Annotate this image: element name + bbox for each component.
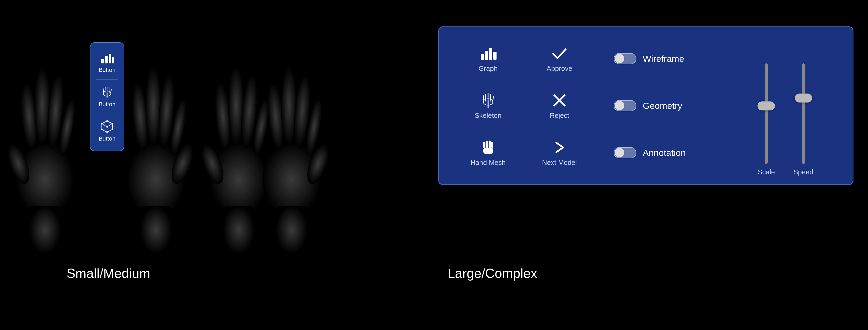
small-medium-section: Button Button: [0, 0, 217, 330]
large-complex-label: Large/Complex: [447, 266, 537, 281]
skeleton-hand-lg-icon: [479, 92, 497, 109]
svg-rect-8: [105, 56, 107, 63]
panel-button-cube[interactable]: Button: [93, 117, 121, 145]
scale-slider-track: [765, 63, 768, 164]
approve-label: Approve: [547, 64, 572, 73]
speed-slider-container: Speed: [794, 55, 813, 176]
svg-rect-67: [483, 148, 493, 154]
hand-right-sm: [119, 16, 193, 260]
svg-rect-49: [276, 206, 308, 254]
small-medium-label: Small/Medium: [67, 266, 150, 281]
toggles-column: Wireframe Geometry Annotation: [608, 27, 741, 184]
svg-point-24: [112, 129, 113, 130]
speed-slider-thumb[interactable]: [795, 94, 812, 102]
geometry-label: Geometry: [643, 101, 682, 111]
svg-point-28: [106, 126, 108, 128]
skeleton-label: Skeleton: [474, 111, 501, 120]
reject-label: Reject: [550, 111, 569, 120]
svg-line-20: [102, 124, 107, 127]
scale-slider-container: Scale: [758, 55, 775, 176]
scale-slider-label: Scale: [758, 168, 775, 176]
svg-point-25: [106, 131, 108, 133]
hand-left-back: [8, 16, 82, 260]
hand-mesh-icon: [479, 139, 497, 156]
svg-rect-64: [489, 140, 491, 148]
svg-rect-66: [491, 142, 493, 148]
geometry-toggle[interactable]: [614, 100, 637, 111]
annotation-toggle[interactable]: [614, 147, 637, 158]
wireframe-toggle-row: Wireframe: [614, 53, 735, 64]
wireframe-toggle[interactable]: [614, 53, 637, 64]
svg-rect-35: [140, 206, 172, 254]
next-model-label: Next Model: [542, 159, 577, 167]
cube-network-icon: [100, 120, 114, 134]
large-complex-section: Graph Approve: [194, 0, 868, 330]
hand-mesh-item[interactable]: Hand Mesh: [453, 129, 524, 176]
graph-item[interactable]: Graph: [453, 35, 524, 82]
hand-front-sm-svg: [119, 16, 193, 259]
next-model-item[interactable]: Next Model: [524, 129, 595, 176]
svg-point-23: [112, 123, 113, 125]
panel-button-graph[interactable]: Button: [93, 48, 121, 77]
geometry-toggle-row: Geometry: [614, 100, 735, 111]
panel-button-cube-label: Button: [99, 135, 116, 142]
hand-mesh-label: Hand Mesh: [471, 159, 506, 167]
bar-chart-icon: [100, 51, 114, 65]
svg-rect-7: [101, 59, 104, 63]
svg-point-27: [101, 123, 102, 125]
next-model-icon: [551, 139, 568, 156]
svg-point-26: [101, 129, 102, 130]
annotation-label: Annotation: [643, 148, 686, 158]
icon-grid: Graph Approve: [439, 27, 608, 184]
reject-item[interactable]: Reject: [524, 82, 595, 129]
hand-back-svg: [8, 16, 82, 259]
svg-rect-6: [29, 206, 61, 254]
approve-icon: [551, 45, 568, 62]
svg-rect-51: [485, 51, 488, 60]
panel-button-skeleton-label: Button: [99, 101, 116, 108]
graph-icon: [479, 45, 497, 62]
svg-rect-50: [480, 54, 484, 60]
approve-item[interactable]: Approve: [524, 35, 595, 82]
main-scene: Button Button: [0, 0, 868, 330]
wireframe-label: Wireframe: [643, 54, 684, 64]
scale-slider-thumb[interactable]: [757, 101, 775, 110]
svg-line-21: [107, 124, 112, 127]
svg-point-22: [106, 120, 108, 122]
svg-rect-9: [108, 54, 111, 63]
sliders-track-area: Scale Speed: [758, 55, 813, 176]
hand-large-front-svg: [255, 16, 329, 259]
svg-rect-65: [483, 142, 486, 148]
panel-button-graph-label: Button: [99, 67, 116, 73]
skeleton-item[interactable]: Skeleton: [453, 82, 524, 129]
panel-button-skeleton[interactable]: Button: [93, 82, 121, 111]
hand-large-front: [255, 16, 329, 260]
speed-slider-label: Speed: [794, 168, 813, 176]
speed-slider-track: [802, 63, 805, 164]
sliders-section: Scale Speed: [741, 27, 836, 184]
graph-label: Graph: [478, 64, 498, 73]
reject-icon: [551, 92, 568, 109]
svg-rect-42: [223, 206, 255, 254]
annotation-toggle-row: Annotation: [614, 147, 735, 158]
svg-rect-10: [112, 57, 114, 63]
svg-rect-52: [489, 48, 492, 60]
svg-line-15: [109, 87, 109, 93]
svg-rect-63: [486, 141, 488, 148]
large-complex-panel: Graph Approve: [438, 26, 854, 185]
skeleton-hand-icon: [100, 86, 114, 99]
small-medium-panel: Button Button: [90, 42, 124, 151]
svg-rect-53: [493, 52, 497, 60]
